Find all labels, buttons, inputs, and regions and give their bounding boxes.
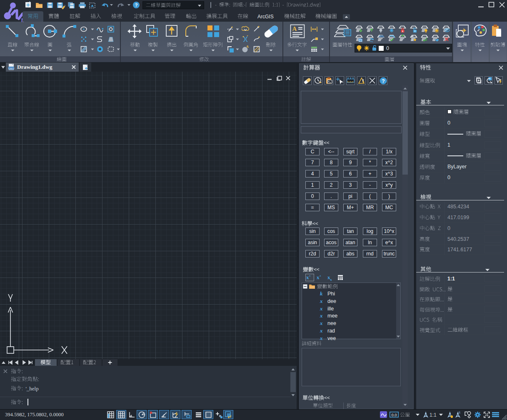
svg-text:?: ? — [382, 78, 385, 84]
svg-text:A: A — [292, 25, 297, 32]
svg-text:DWG: DWG — [8, 67, 15, 70]
svg-text:0.0: 0.0 — [391, 412, 397, 417]
svg-text:?: ? — [135, 2, 138, 8]
